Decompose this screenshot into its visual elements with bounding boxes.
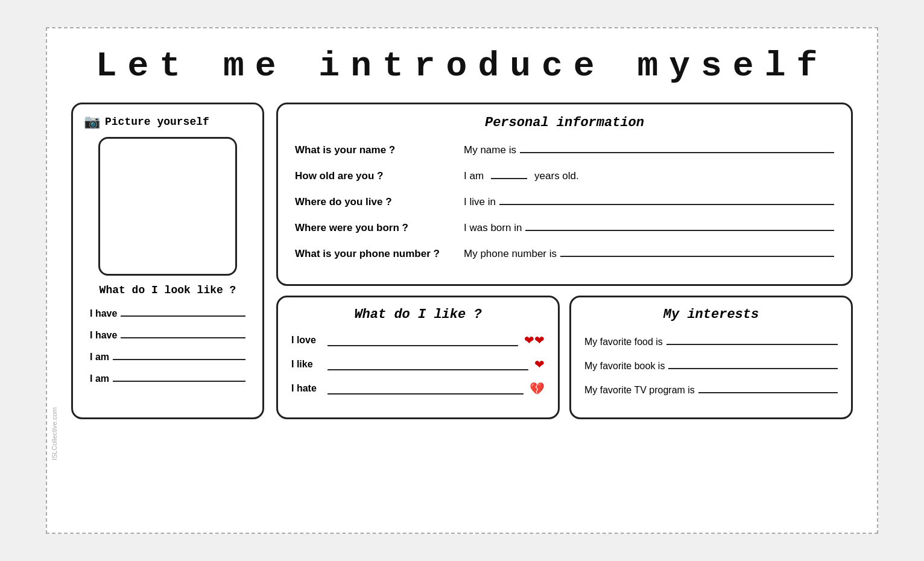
book-label: My favorite book is [584, 361, 665, 372]
blank-age [491, 167, 527, 179]
picture-box [98, 137, 237, 276]
picture-header-label: Picture yourself [105, 116, 209, 128]
answer-born-prefix: I was born in [464, 222, 522, 234]
interests-title: My interests [584, 307, 838, 322]
answer-name: My name is [464, 141, 834, 156]
question-live: Where do you live ? [295, 196, 464, 208]
likes-box: What do I like ? I love ❤❤ I like ❤ I ha… [276, 296, 560, 419]
blank-book [668, 357, 838, 369]
look-like-lines: I have I have I am I am [84, 306, 252, 393]
answer-age-prefix: I am [464, 170, 484, 182]
heart-hate-icon: 💔 [530, 381, 545, 396]
interests-row-tv: My favorite TV program is [584, 381, 838, 396]
question-age: How old are you ? [295, 170, 464, 182]
page: Let me introduce myself 📷 Picture yourse… [46, 27, 878, 534]
underline-3 [113, 349, 245, 360]
i-have-label-2: I have [90, 330, 117, 341]
look-like-title: What do I look like ? [100, 284, 236, 296]
answer-born: I was born in [464, 219, 834, 234]
heart-like-icon: ❤ [534, 357, 545, 372]
question-born: Where were you born ? [295, 222, 464, 234]
interests-row-book: My favorite book is [584, 357, 838, 372]
i-hate-label: I hate [291, 383, 328, 394]
blank-live [499, 193, 834, 205]
blank-food [666, 333, 838, 345]
personal-info-title: Personal information [295, 115, 834, 130]
info-row-born: Where were you born ? I was born in [295, 219, 834, 234]
i-love-label: I love [291, 335, 328, 346]
list-item: I am [90, 371, 245, 384]
tv-label: My favorite TV program is [584, 385, 695, 396]
left-panel: 📷 Picture yourself What do I look like ?… [71, 103, 264, 419]
list-item: I have [90, 306, 245, 319]
info-row-name: What is your name ? My name is [295, 141, 834, 156]
blank-name [520, 141, 834, 153]
question-name: What is your name ? [295, 144, 464, 156]
right-panel: Personal information What is your name ?… [276, 103, 853, 419]
i-am-label-2: I am [90, 373, 109, 384]
answer-age: I am years old. [464, 167, 834, 182]
personal-info-box: Personal information What is your name ?… [276, 103, 853, 286]
answer-phone: My phone number is [464, 245, 834, 260]
i-am-label-1: I am [90, 352, 109, 363]
picture-header: 📷 Picture yourself [84, 114, 209, 130]
camera-icon: 📷 [84, 114, 100, 130]
info-row-phone: What is your phone number ? My phone num… [295, 245, 834, 260]
list-item: I am [90, 349, 245, 363]
page-title: Let me introduce myself [71, 46, 853, 86]
blank-hate [328, 382, 524, 395]
blank-love [328, 334, 518, 346]
blank-like [328, 358, 528, 370]
blank-born [525, 219, 834, 231]
years-old-label: years old. [534, 170, 579, 182]
likes-row-like: I like ❤ [291, 357, 545, 372]
heart-love-icon: ❤❤ [524, 333, 545, 347]
underline-2 [121, 328, 245, 338]
info-row-age: How old are you ? I am years old. [295, 167, 834, 182]
answer-live-prefix: I live in [464, 196, 496, 208]
interests-row-food: My favorite food is [584, 333, 838, 347]
i-like-label: I like [291, 359, 328, 370]
likes-title: What do I like ? [291, 307, 545, 322]
question-phone: What is your phone number ? [295, 248, 464, 260]
bottom-row: What do I like ? I love ❤❤ I like ❤ I ha… [276, 296, 853, 419]
underline-4 [113, 371, 245, 382]
interests-box: My interests My favorite food is My favo… [569, 296, 853, 419]
blank-phone [560, 245, 834, 257]
answer-phone-prefix: My phone number is [464, 248, 557, 260]
underline-1 [121, 306, 245, 317]
food-label: My favorite food is [584, 337, 663, 347]
blank-tv [698, 381, 838, 393]
likes-row-love: I love ❤❤ [291, 333, 545, 347]
watermark: ISLCollective.com [51, 407, 58, 460]
i-have-label-1: I have [90, 308, 117, 319]
list-item: I have [90, 328, 245, 341]
answer-live: I live in [464, 193, 834, 208]
answer-name-prefix: My name is [464, 144, 516, 156]
main-layout: 📷 Picture yourself What do I look like ?… [71, 103, 853, 419]
likes-row-hate: I hate 💔 [291, 381, 545, 396]
info-row-live: Where do you live ? I live in [295, 193, 834, 208]
